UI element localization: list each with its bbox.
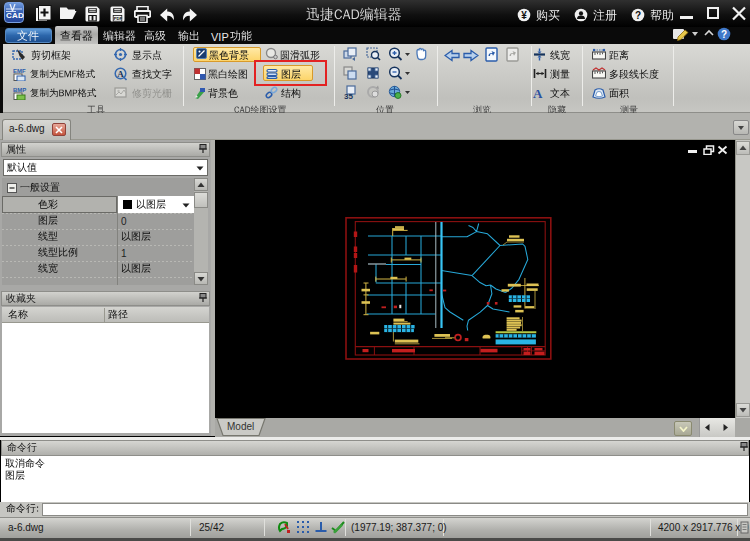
svg-text:?: ? — [721, 29, 727, 40]
svg-text:BMP: BMP — [13, 87, 26, 93]
svg-text:PDF: PDF — [114, 16, 123, 21]
svg-text:A: A — [117, 69, 124, 79]
svg-text:¥: ¥ — [521, 10, 527, 21]
svg-text:EMF: EMF — [13, 68, 26, 74]
svg-text:?: ? — [635, 10, 641, 21]
svg-text:35: 35 — [344, 92, 353, 100]
